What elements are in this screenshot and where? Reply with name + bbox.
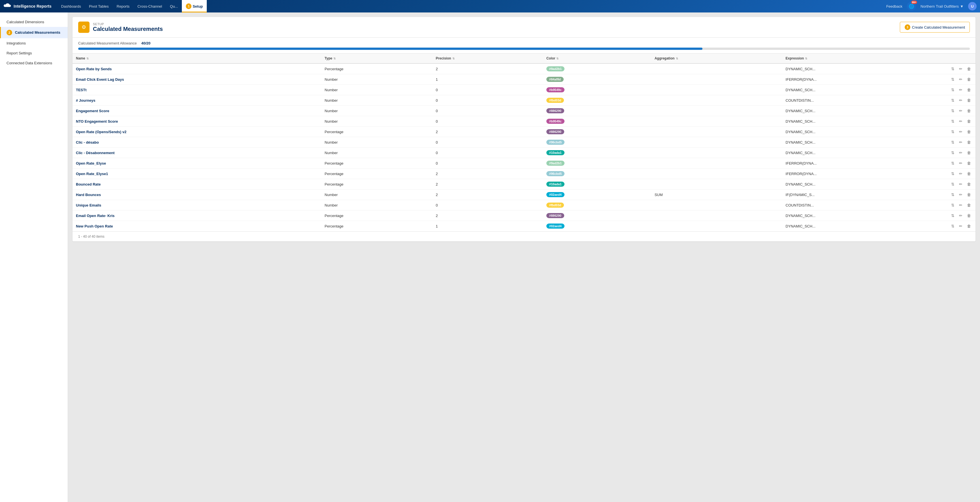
col-aggregation[interactable]: Aggregation⇅ xyxy=(651,54,782,64)
cell-type: Percentage xyxy=(321,210,433,221)
nav-dashboards[interactable]: Dashboards xyxy=(57,0,85,13)
cell-name: Open Rate_Elyse xyxy=(73,158,321,169)
delete-action-icon[interactable]: 🗑 xyxy=(966,213,972,218)
edit-action-icon[interactable]: ✏ xyxy=(958,192,964,198)
cell-actions: ⇅ ✏ 🗑 xyxy=(947,179,975,190)
cell-color: #9ad2b1 xyxy=(543,64,651,74)
cell-precision: 0 xyxy=(433,137,543,148)
cell-name: Engagement Score xyxy=(73,106,321,116)
setup-title: Calculated Measurements xyxy=(93,26,163,32)
col-expression[interactable]: Expression⇅ xyxy=(782,54,947,64)
app-logo[interactable]: Intelligence Reports xyxy=(3,2,52,10)
table: Name⇅ Type⇅ Precision⇅ Color⇅ Aggregatio… xyxy=(73,54,975,231)
edit-action-icon[interactable]: ✏ xyxy=(958,66,964,72)
cell-name: Email Open Rate- Kris xyxy=(73,210,321,221)
sort-action-icon[interactable]: ⇅ xyxy=(950,97,956,103)
notification-icon[interactable]: 🌐 99+ xyxy=(907,2,916,11)
cell-expression: IFERROR(DYNA... xyxy=(782,169,947,179)
delete-action-icon[interactable]: 🗑 xyxy=(966,181,972,187)
delete-action-icon[interactable]: 🗑 xyxy=(966,118,972,124)
delete-action-icon[interactable]: 🗑 xyxy=(966,87,972,92)
edit-action-icon[interactable]: ✏ xyxy=(958,108,964,113)
sidebar-item-report-settings[interactable]: Report Settings xyxy=(0,48,68,58)
edit-action-icon[interactable]: ✏ xyxy=(958,181,964,187)
nav-qu[interactable]: Qu... xyxy=(166,0,182,13)
delete-action-icon[interactable]: 🗑 xyxy=(966,66,972,72)
table-row: Hard BouncesNumber2#02aed4SUMIF(DYNAMIC_… xyxy=(73,190,975,200)
delete-action-icon[interactable]: 🗑 xyxy=(966,129,972,135)
sidebar-item-calculated-measurements[interactable]: 2 Calculated Measurements xyxy=(0,27,68,38)
create-calculated-measurement-button[interactable]: 3 Create Calculated Measurement xyxy=(900,22,970,33)
edit-action-icon[interactable]: ✏ xyxy=(958,160,964,166)
col-color[interactable]: Color⇅ xyxy=(543,54,651,64)
nav-setup[interactable]: 1 Setup xyxy=(182,0,207,13)
delete-action-icon[interactable]: 🗑 xyxy=(966,108,972,113)
delete-action-icon[interactable]: 🗑 xyxy=(966,139,972,145)
sort-action-icon[interactable]: ⇅ xyxy=(950,202,956,208)
delete-action-icon[interactable]: 🗑 xyxy=(966,97,972,103)
sort-action-icon[interactable]: ⇅ xyxy=(950,66,956,72)
sort-action-icon[interactable]: ⇅ xyxy=(950,150,956,156)
nav-reports[interactable]: Reports xyxy=(113,0,134,13)
delete-action-icon[interactable]: 🗑 xyxy=(966,223,972,229)
cell-aggregation: SUM xyxy=(651,190,782,200)
sidebar-item-connected-data-extensions[interactable]: Connected Data Extensions xyxy=(0,58,68,68)
sort-action-icon[interactable]: ⇅ xyxy=(950,108,956,113)
edit-action-icon[interactable]: ✏ xyxy=(958,97,964,103)
nav-pivot-tables[interactable]: Pivot Tables xyxy=(85,0,113,13)
delete-action-icon[interactable]: 🗑 xyxy=(966,76,972,82)
edit-action-icon[interactable]: ✏ xyxy=(958,213,964,218)
sort-action-icon[interactable]: ⇅ xyxy=(950,181,956,187)
sort-action-icon[interactable]: ⇅ xyxy=(950,192,956,198)
user-avatar[interactable]: U xyxy=(968,2,977,11)
nav-cross-channel[interactable]: Cross-Channel xyxy=(134,0,166,13)
col-name[interactable]: Name⇅ xyxy=(73,54,321,64)
cell-name: Open Rate (Opens/Sends) v2 xyxy=(73,127,321,137)
edit-action-icon[interactable]: ✏ xyxy=(958,87,964,92)
delete-action-icon[interactable]: 🗑 xyxy=(966,192,972,198)
sort-action-icon[interactable]: ⇅ xyxy=(950,87,956,92)
sort-action-icon[interactable]: ⇅ xyxy=(950,213,956,218)
col-precision[interactable]: Precision⇅ xyxy=(433,54,543,64)
cell-name: TESTt xyxy=(73,85,321,95)
cell-color: #02aed4 xyxy=(543,190,651,200)
cell-aggregation xyxy=(651,221,782,231)
delete-action-icon[interactable]: 🗑 xyxy=(966,171,972,177)
top-navigation: Intelligence Reports Dashboards Pivot Ta… xyxy=(0,0,980,13)
cell-color: #10ada1 xyxy=(543,179,651,190)
edit-action-icon[interactable]: ✏ xyxy=(958,76,964,82)
edit-action-icon[interactable]: ✏ xyxy=(958,150,964,156)
cell-color: #9ad2b1 xyxy=(543,158,651,169)
cell-precision: 0 xyxy=(433,148,543,158)
col-type[interactable]: Type⇅ xyxy=(321,54,433,64)
delete-action-icon[interactable]: 🗑 xyxy=(966,160,972,166)
sort-action-icon[interactable]: ⇅ xyxy=(950,76,956,82)
edit-action-icon[interactable]: ✏ xyxy=(958,118,964,124)
allowance-progress-fill xyxy=(78,48,702,50)
sort-action-icon[interactable]: ⇅ xyxy=(950,118,956,124)
setup-icon: ⚙ xyxy=(78,22,89,33)
cell-precision: 2 xyxy=(433,190,543,200)
sort-action-icon[interactable]: ⇅ xyxy=(950,223,956,229)
cell-type: Number xyxy=(321,74,433,85)
edit-action-icon[interactable]: ✏ xyxy=(958,223,964,229)
sort-action-icon[interactable]: ⇅ xyxy=(950,160,956,166)
table-row: Clic - DésabonnementNumber0#10ada1DYNAMI… xyxy=(73,148,975,158)
feedback-link[interactable]: Feedback xyxy=(886,4,902,8)
org-name[interactable]: Northern Trail Outfitters ▼ xyxy=(921,4,964,8)
cell-expression: DYNAMIC_SCH... xyxy=(782,210,947,221)
sort-action-icon[interactable]: ⇅ xyxy=(950,129,956,135)
cell-expression: DYNAMIC_SCH... xyxy=(782,106,947,116)
delete-action-icon[interactable]: 🗑 xyxy=(966,150,972,156)
edit-action-icon[interactable]: ✏ xyxy=(958,139,964,145)
edit-action-icon[interactable]: ✏ xyxy=(958,129,964,135)
sidebar-item-calculated-dimensions[interactable]: Calculated Dimensions xyxy=(0,17,68,27)
delete-action-icon[interactable]: 🗑 xyxy=(966,202,972,208)
cell-name: Open Rate_Elyse1 xyxy=(73,169,321,179)
allowance-progress-bar xyxy=(78,48,970,50)
sort-action-icon[interactable]: ⇅ xyxy=(950,139,956,145)
edit-action-icon[interactable]: ✏ xyxy=(958,202,964,208)
edit-action-icon[interactable]: ✏ xyxy=(958,171,964,177)
sort-action-icon[interactable]: ⇅ xyxy=(950,171,956,177)
sidebar-item-integrations[interactable]: Integrations xyxy=(0,38,68,48)
